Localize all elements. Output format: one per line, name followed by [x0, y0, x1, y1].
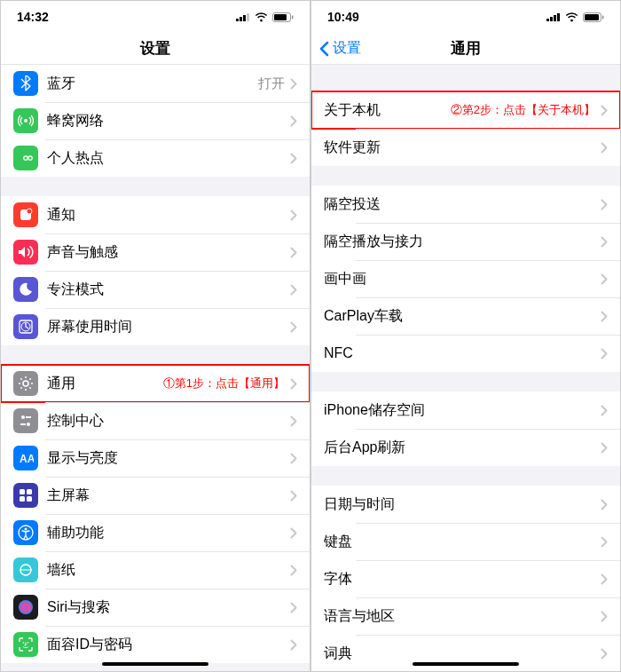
- svg-rect-20: [20, 489, 25, 494]
- row-label: 墙纸: [47, 561, 290, 580]
- settings-row[interactable]: 蓝牙打开: [1, 65, 310, 102]
- svg-text:AA: AA: [20, 453, 34, 464]
- accessibility-icon: [13, 520, 38, 545]
- row-label: 控制中心: [47, 412, 290, 431]
- battery-icon: [272, 12, 294, 22]
- faceid-icon: [13, 632, 38, 657]
- chevron-right-icon: [601, 573, 608, 585]
- svg-point-27: [19, 600, 33, 614]
- svg-point-17: [27, 423, 30, 426]
- row-label: Siri与搜索: [47, 598, 290, 617]
- nav-header: 设置: [1, 33, 310, 65]
- settings-row[interactable]: 软件更新: [311, 129, 620, 166]
- chevron-right-icon: [290, 565, 297, 576]
- settings-row[interactable]: AA显示与亮度: [1, 439, 310, 477]
- row-label: 屏幕使用时间: [47, 318, 290, 336]
- chevron-right-icon: [601, 611, 608, 622]
- settings-row[interactable]: 屏幕使用时间: [1, 308, 310, 345]
- svg-rect-1: [240, 17, 242, 21]
- row-label: 蜂窝网络: [47, 112, 290, 130]
- settings-row[interactable]: 键盘: [311, 523, 620, 560]
- settings-row[interactable]: NFC: [311, 335, 620, 372]
- svg-point-28: [23, 642, 25, 644]
- row-label: 键盘: [324, 533, 601, 551]
- settings-row[interactable]: 隔空播放与接力: [311, 223, 620, 260]
- page-title: 设置: [1, 38, 310, 59]
- general-icon: [13, 371, 38, 396]
- back-button[interactable]: 设置: [311, 39, 361, 58]
- settings-row[interactable]: 通用①第1步：点击【通用】: [1, 365, 310, 402]
- signal-icon: [236, 12, 250, 21]
- svg-point-14: [23, 381, 28, 386]
- general-list[interactable]: 关于本机②第2步：点击【关于本机】软件更新 隔空投送隔空播放与接力画中画CarP…: [311, 65, 620, 671]
- settings-row[interactable]: 后台App刷新: [311, 429, 620, 466]
- chevron-right-icon: [290, 115, 297, 127]
- row-label: 显示与亮度: [47, 449, 290, 468]
- antenna-icon: [13, 108, 38, 133]
- row-value: 打开: [258, 75, 285, 92]
- chevron-right-icon: [601, 348, 608, 360]
- chevron-right-icon: [290, 602, 297, 613]
- svg-rect-35: [585, 14, 599, 20]
- settings-row[interactable]: 墙纸: [1, 551, 310, 589]
- chevron-right-icon: [290, 415, 297, 427]
- screentime-icon: [13, 314, 38, 339]
- svg-rect-36: [602, 15, 603, 19]
- chevron-right-icon: [601, 405, 608, 416]
- chevron-right-icon: [601, 442, 608, 454]
- control-center-icon: [13, 408, 38, 433]
- home-indicator[interactable]: [413, 662, 519, 666]
- svg-rect-5: [274, 14, 287, 20]
- notifications-icon: [13, 202, 38, 227]
- settings-row[interactable]: 面容ID与密码: [1, 626, 310, 663]
- settings-row[interactable]: 画中画: [311, 260, 620, 297]
- settings-row[interactable]: 专注模式: [1, 271, 310, 308]
- svg-point-15: [21, 415, 25, 419]
- settings-row[interactable]: 控制中心: [1, 402, 310, 439]
- chevron-right-icon: [290, 453, 297, 464]
- row-label: 词典: [324, 644, 601, 663]
- settings-row[interactable]: 辅助功能: [1, 514, 310, 551]
- row-label: NFC: [324, 345, 601, 361]
- row-label: 个人热点: [47, 149, 290, 168]
- chevron-right-icon: [290, 639, 297, 651]
- settings-row[interactable]: 日期与时间: [311, 486, 620, 523]
- row-label: 语言与地区: [324, 607, 601, 626]
- settings-row[interactable]: 隔空投送: [311, 186, 620, 223]
- row-label: CarPlay车载: [324, 307, 601, 326]
- settings-row[interactable]: 语言与地区: [311, 597, 620, 635]
- chevron-right-icon: [601, 142, 608, 154]
- settings-row[interactable]: 字体: [311, 560, 620, 597]
- wifi-icon: [565, 12, 578, 22]
- settings-row[interactable]: iPhone储存空间: [311, 391, 620, 429]
- svg-rect-21: [27, 489, 32, 494]
- row-label: 主屏幕: [47, 486, 290, 505]
- svg-point-11: [27, 209, 32, 214]
- settings-row[interactable]: CarPlay车载: [311, 297, 620, 335]
- settings-row[interactable]: 通知: [1, 196, 310, 233]
- svg-rect-16: [26, 416, 31, 418]
- settings-row[interactable]: Siri与搜索: [1, 589, 310, 626]
- status-icons: [236, 12, 294, 22]
- settings-row[interactable]: 个人热点: [1, 139, 310, 177]
- chevron-right-icon: [601, 499, 608, 510]
- chevron-left-icon: [318, 41, 329, 57]
- chevron-right-icon: [290, 378, 297, 390]
- chevron-right-icon: [601, 199, 608, 210]
- svg-rect-18: [20, 423, 26, 425]
- row-label: 专注模式: [47, 281, 290, 299]
- settings-row[interactable]: 关于本机②第2步：点击【关于本机】: [311, 91, 620, 129]
- row-label: 字体: [324, 570, 601, 589]
- home-indicator[interactable]: [102, 662, 208, 666]
- settings-row[interactable]: 声音与触感: [1, 233, 310, 271]
- row-label: 面容ID与密码: [47, 636, 290, 654]
- settings-row[interactable]: 主屏幕: [1, 477, 310, 514]
- signal-icon: [546, 12, 561, 21]
- back-label: 设置: [333, 39, 361, 58]
- step-annotation: ①第1步：点击【通用】: [163, 376, 285, 391]
- status-time: 10:49: [327, 10, 359, 24]
- sounds-icon: [13, 240, 38, 265]
- settings-row[interactable]: 蜂窝网络: [1, 102, 310, 139]
- settings-list[interactable]: 蓝牙打开蜂窝网络个人热点 通知声音与触感专注模式屏幕使用时间 通用①第1步：点击…: [1, 65, 310, 671]
- chevron-right-icon: [601, 536, 608, 548]
